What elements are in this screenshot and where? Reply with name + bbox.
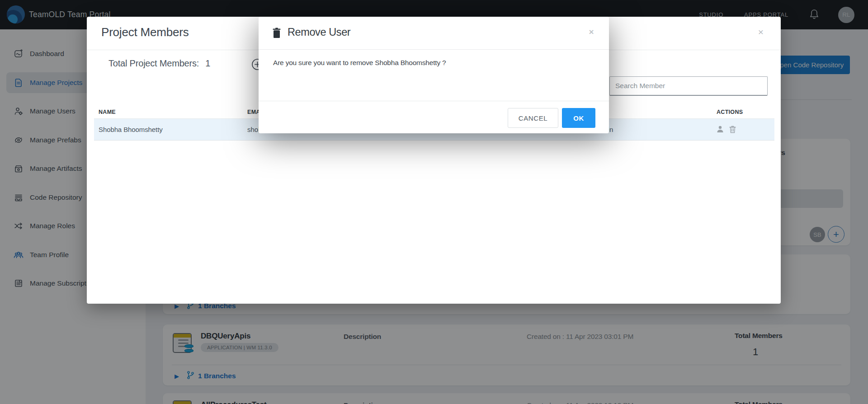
- close-icon[interactable]: ×: [755, 26, 767, 38]
- cancel-button[interactable]: CANCEL: [508, 108, 558, 128]
- dialog-title: Remove User: [288, 26, 350, 38]
- total-members-label: Total Project Members:: [108, 58, 199, 68]
- member-profile-icon[interactable]: [717, 125, 724, 135]
- trash-icon: [272, 28, 281, 40]
- search-member-input[interactable]: [609, 76, 768, 96]
- remove-user-dialog: Remove User × Are you sure you want to r…: [259, 17, 609, 133]
- modal-title: Project Members: [101, 25, 189, 39]
- member-name: Shobha Bhoomshetty: [99, 126, 163, 133]
- app-root: TeamOLD Team Portal STUDIO APPS PORTAL R…: [0, 0, 868, 404]
- confirmation-message: Are you sure you want to remove Shobha B…: [273, 59, 446, 67]
- row-actions: [717, 125, 736, 135]
- total-members-line: Total Project Members:1: [108, 58, 210, 69]
- remove-member-trash-icon[interactable]: [729, 125, 736, 135]
- dialog-footer: CANCEL OK: [259, 101, 609, 133]
- total-members-value: 1: [205, 58, 210, 68]
- column-header-name: NAME: [99, 109, 116, 115]
- ok-button[interactable]: OK: [562, 108, 595, 128]
- column-header-actions: ACTIONS: [717, 109, 743, 115]
- close-icon[interactable]: ×: [585, 26, 597, 38]
- dialog-header: Remove User ×: [259, 17, 609, 50]
